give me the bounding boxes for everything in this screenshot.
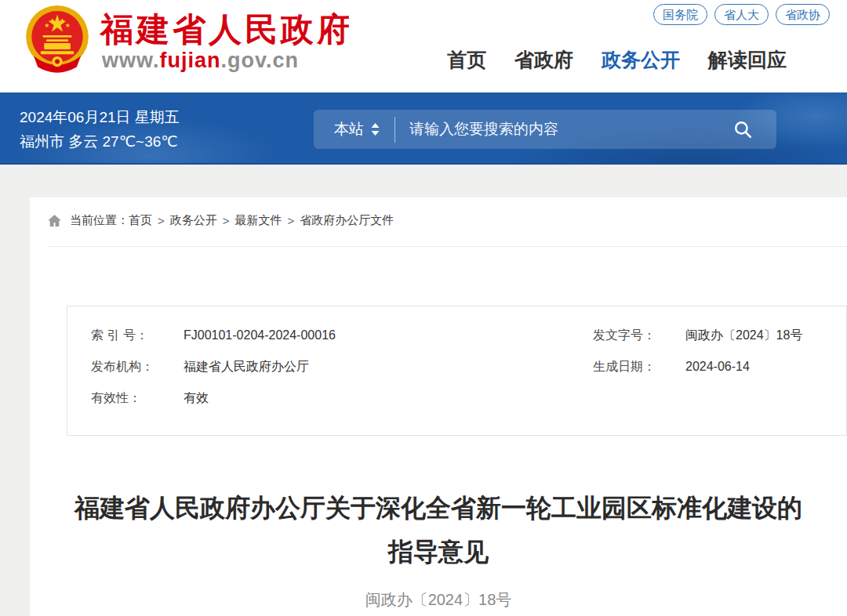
breadcrumb-latest-docs[interactable]: 最新文件 — [235, 213, 282, 228]
weather-text: 福州市 多云 27℃~36℃ — [20, 129, 180, 154]
breadcrumb-separator: > — [288, 214, 295, 227]
breadcrumb-home[interactable]: 首页 — [129, 213, 152, 228]
nav-item-provincial-gov[interactable]: 省政府 — [514, 47, 573, 73]
content-card: 当前位置： 首页 > 政务公开 > 最新文件 > 省政府办公厅文件 索 引 号：… — [30, 197, 847, 616]
quick-link-state-council[interactable]: 国务院 — [653, 4, 707, 25]
svg-text:★: ★ — [60, 17, 65, 24]
breadcrumb-prefix: 当前位置： — [70, 213, 129, 228]
search-icon[interactable] — [732, 119, 753, 140]
meta-column-left: 索 引 号：FJ00101-0204-2024-00016 发布机构：福建省人民… — [91, 326, 336, 420]
date-text: 2024年06月21日 星期五 — [20, 105, 180, 129]
document-number: 闽政办〔2024〕18号 — [30, 589, 847, 611]
breadcrumb-separator: > — [158, 214, 165, 227]
breadcrumb-office-docs[interactable]: 省政府办公厅文件 — [300, 213, 394, 228]
document-title: 福建省人民政府办公厅关于深化全省新一轮工业园区标准化建设的 指导意见 — [30, 486, 847, 574]
site-name: 福建省人民政府 — [100, 8, 353, 52]
site-header: ★ ★ ★ ★ 福建省人民政府 www.fujian.gov.cn 国务院 省人… — [0, 0, 847, 92]
site-url: www.fujian.gov.cn — [102, 49, 299, 73]
site-logo[interactable]: ★ ★ ★ ★ 福建省人民政府 www.fujian.gov.cn — [22, 3, 359, 78]
breadcrumb: 当前位置： 首页 > 政务公开 > 最新文件 > 省政府办公厅文件 — [47, 213, 394, 228]
breadcrumb-separator: > — [223, 214, 230, 227]
nav-item-interpretation[interactable]: 解读回应 — [708, 47, 787, 73]
main-nav: 首页 省政府 政务公开 解读回应 — [447, 47, 787, 73]
svg-text:★: ★ — [65, 22, 71, 29]
svg-text:★: ★ — [44, 22, 49, 29]
search-scope-label: 本站 — [334, 119, 364, 140]
breadcrumb-divider — [47, 246, 847, 247]
meta-row-validity: 有效性：有效 — [91, 389, 336, 420]
nav-item-gov-affairs-open[interactable]: 政务公开 — [602, 47, 680, 73]
meta-row-index-number: 索 引 号：FJ00101-0204-2024-00016 — [91, 326, 336, 357]
search-divider — [394, 117, 395, 143]
nav-item-home[interactable]: 首页 — [447, 47, 486, 73]
home-icon[interactable] — [47, 213, 62, 228]
date-weather: 2024年06月21日 星期五 福州市 多云 27℃~36℃ — [20, 105, 180, 154]
svg-text:★: ★ — [49, 17, 55, 24]
quick-links: 国务院 省人大 省政协 — [653, 4, 830, 25]
sort-arrows-icon — [371, 123, 380, 136]
quick-link-provincial-cppcc[interactable]: 省政协 — [776, 4, 830, 25]
search-input[interactable] — [409, 121, 732, 138]
national-emblem-icon: ★ ★ ★ ★ — [22, 5, 93, 77]
meta-row-issue-date: 生成日期：2024-06-14 — [593, 357, 802, 389]
meta-row-doc-symbol: 发文字号：闽政办〔2024〕18号 — [593, 326, 802, 357]
banner: 2024年06月21日 星期五 福州市 多云 27℃~36℃ 本站 — [0, 92, 847, 165]
document-meta-box: 索 引 号：FJ00101-0204-2024-00016 发布机构：福建省人民… — [67, 306, 847, 436]
meta-row-issuing-agency: 发布机构：福建省人民政府办公厅 — [91, 357, 336, 389]
quick-link-provincial-congress[interactable]: 省人大 — [714, 4, 769, 25]
search-scope-select[interactable]: 本站 — [314, 119, 380, 140]
breadcrumb-gov-affairs[interactable]: 政务公开 — [170, 213, 217, 228]
meta-column-right: 发文字号：闽政办〔2024〕18号 生成日期：2024-06-14 — [593, 326, 802, 389]
search-box: 本站 — [314, 110, 776, 149]
